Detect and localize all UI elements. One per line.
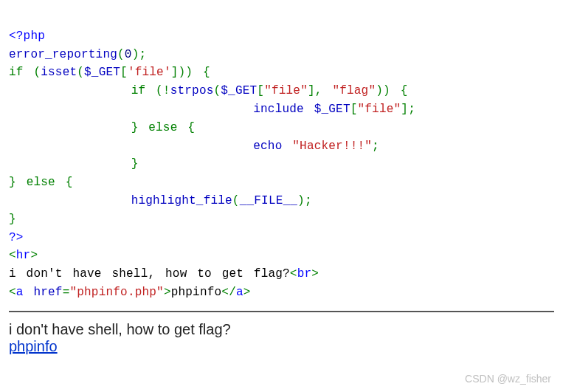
indent [9,157,131,171]
paren: ( [117,48,125,61]
space [16,176,27,189]
space [322,84,333,97]
brace: { [66,176,73,189]
brace: { [401,84,408,97]
indent [9,121,131,134]
str-file: file [135,66,164,79]
php-open-tag: <?php [9,30,45,43]
link-text-src: phpinfo [171,286,222,299]
var-get: $_GET [314,103,350,116]
angle: < [290,267,297,281]
const-file: __FILE__ [240,194,297,207]
space [177,121,187,134]
brace: } [131,157,139,171]
space [193,66,203,79]
semicolon: ; [139,48,146,61]
angle: > [311,267,319,281]
kw-else: else [148,121,177,134]
comma: , [315,84,322,97]
fn-include: include [253,103,304,116]
tag-br: br [297,267,312,281]
indent [9,140,253,153]
php-source-code: <?php error_reporting(0); if (isset($_GE… [9,9,554,302]
brace: { [203,66,210,79]
fn-error-reporting: error_reporting [9,48,117,61]
space [24,286,34,299]
var-get: $_GET [84,66,120,79]
kw-if: if [9,66,24,79]
bracket: [ [120,66,128,79]
str-flag: "flag" [332,84,376,97]
quote: ' [164,66,171,79]
var-get: $_GET [221,84,257,97]
neg: ! [163,84,170,97]
paren: ) [185,66,193,79]
fn-echo: echo [253,140,282,153]
brace: } [131,121,139,134]
paren: ( [156,84,163,97]
indent [9,194,131,207]
bracket: [ [350,103,358,116]
space [282,140,292,153]
bracket: [ [257,84,264,97]
paren: ( [213,84,221,97]
rendered-output: i don't have shell, how to get flag? php… [9,321,554,355]
php-close-tag: ?> [9,231,24,244]
brace: { [187,121,195,134]
paren: ) [383,84,390,97]
tag-a: a [16,286,24,299]
hr-divider [9,311,554,312]
kw-if: if [131,84,146,97]
space [138,121,148,134]
space [145,84,156,97]
bracket: ] [308,84,315,97]
text-no-shell: i don't have shell, how to get flag? [9,267,290,281]
bracket: ] [401,103,408,116]
brace: } [9,213,16,226]
rendered-text: i don't have shell, how to get flag? [9,321,231,337]
paren: ( [77,66,84,79]
eq: = [63,286,70,299]
attr-href: href [33,286,62,299]
paren: ) [132,48,139,61]
angle: < [9,286,16,299]
tag-hr: hr [16,249,31,262]
semicolon: ; [408,103,415,116]
space [390,84,401,97]
bracket: ] [171,66,179,79]
semicolon: ; [372,140,379,153]
paren: ) [179,66,186,79]
space [304,103,314,116]
angle: </ [221,286,236,299]
str-hacker: "Hacker!!!" [292,140,372,153]
angle: > [164,286,171,299]
paren: ( [33,66,41,79]
str-file: "file" [264,84,308,97]
semicolon: ; [305,194,312,207]
num-zero: 0 [125,48,132,61]
paren: ( [232,194,240,207]
angle: > [243,286,251,299]
paren: ) [297,194,305,207]
fn-isset: isset [41,66,77,79]
href-val: "phpinfo.php" [69,286,163,299]
fn-highlight-file: highlight_file [131,194,232,207]
indent [9,103,253,116]
fn-strpos: strpos [170,84,214,97]
angle: > [30,249,38,262]
tag-a-close: a [236,286,243,299]
kw-else: else [27,176,55,189]
quote: ' [128,66,135,79]
indent [9,84,131,97]
angle: < [9,249,16,262]
space [24,66,34,79]
space [55,176,66,189]
paren: ) [376,84,383,97]
brace: } [9,176,16,189]
phpinfo-link[interactable]: phpinfo [9,338,58,354]
str-file: "file" [358,103,401,116]
